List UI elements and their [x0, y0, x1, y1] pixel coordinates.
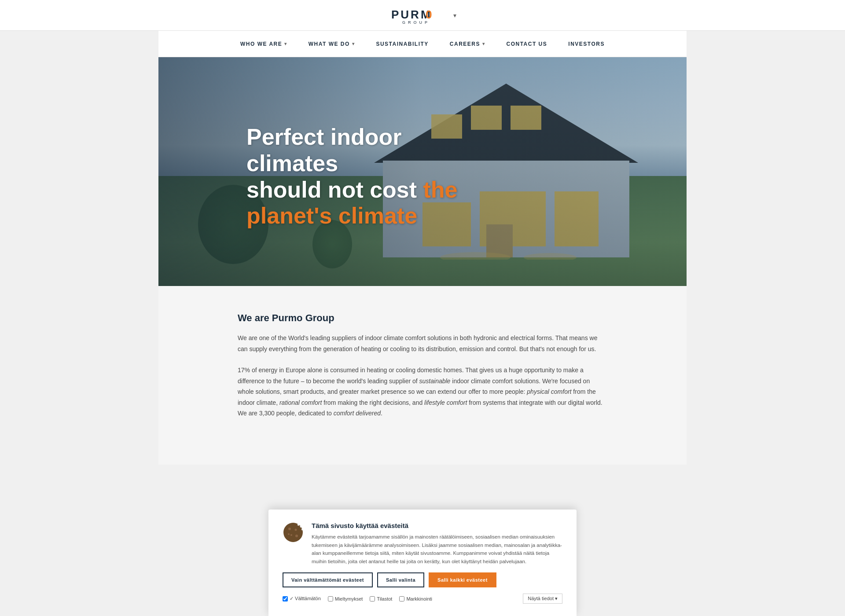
nav-link-sustainability[interactable]: SUSTAINABILITY [365, 31, 439, 57]
logo-container[interactable]: PURM 0 GROUP ▾ [389, 5, 456, 26]
nav-list: WHO WE ARE ▾ WHAT WE DO ▾ SUSTAINABILITY… [230, 31, 615, 57]
nav-link-careers[interactable]: CAREERS ▾ [439, 31, 496, 57]
cookie-checkboxes: ✓ Välttämätön Mieltymykset Tilastot Mark… [283, 594, 562, 604]
checkbox-necessary[interactable]: ✓ Välttämätön [283, 596, 321, 601]
nav-item-what-we-do[interactable]: WHAT WE DO ▾ [298, 31, 366, 57]
svg-point-17 [295, 529, 297, 531]
nav-item-sustainability[interactable]: SUSTAINABILITY [365, 31, 439, 57]
nav-link-what-we-do[interactable]: WHAT WE DO ▾ [298, 31, 366, 57]
svg-text:GROUP: GROUP [402, 20, 430, 25]
svg-point-18 [290, 534, 292, 536]
nav-item-careers[interactable]: CAREERS ▾ [439, 31, 496, 57]
cookie-buttons: Vain välttämättömät evästeet Salli valin… [283, 572, 562, 587]
nav-item-who-we-are[interactable]: WHO WE ARE ▾ [230, 31, 298, 57]
nav-link-contact-us[interactable]: CONTACT US [496, 31, 558, 57]
checkbox-preferences-input[interactable] [328, 596, 333, 601]
checkbox-preferences[interactable]: Mieltymykset [328, 596, 363, 601]
logo-dropdown-arrow[interactable]: ▾ [453, 12, 456, 19]
checkbox-stats[interactable]: Tilastot [370, 596, 392, 601]
purmo-logo[interactable]: PURM 0 GROUP [389, 5, 437, 26]
careers-chevron: ▾ [482, 41, 485, 46]
svg-point-19 [295, 535, 298, 537]
svg-point-20 [288, 533, 290, 535]
svg-point-15 [283, 523, 303, 542]
hero-text-block: Perfect indoor climates should not cost … [246, 124, 493, 229]
hero-line2-orange: the [423, 177, 458, 202]
cookie-banner: Tämä sivusto käyttää evästeitä Käytämme … [268, 510, 577, 616]
cookie-text-block: Tämä sivusto käyttää evästeitä Käytämme … [312, 522, 562, 565]
cookie-btn-necessary[interactable]: Vain välttämättömät evästeet [283, 572, 373, 587]
cookie-title: Tämä sivusto käyttää evästeitä [312, 522, 562, 529]
top-bar: PURM 0 GROUP ▾ [0, 0, 845, 31]
checkbox-necessary-input[interactable] [283, 596, 288, 601]
checkbox-marketing[interactable]: Markkinointi [399, 596, 432, 601]
hero-section: Perfect indoor climates should not cost … [158, 57, 687, 286]
cookie-btn-all[interactable]: Salli kaikki evästeet [429, 572, 496, 587]
cookie-details-button[interactable]: Näytä tiedot ▾ [523, 594, 562, 604]
about-paragraph-2: 17% of energy in Europe alone is consume… [238, 365, 607, 419]
hero-line3-orange: planet's climate [246, 203, 417, 229]
checkbox-marketing-input[interactable] [399, 596, 404, 601]
about-section: We are Purmo Group We are one of the Wor… [158, 286, 687, 465]
who-we-are-chevron: ▾ [284, 41, 287, 46]
about-title: We are Purmo Group [238, 312, 607, 324]
cookie-description: Käytämme evästeitä tarjoamamme sisällön … [312, 533, 562, 565]
checkbox-stats-input[interactable] [370, 596, 375, 601]
page-wrapper: WHO WE ARE ▾ WHAT WE DO ▾ SUSTAINABILITY… [158, 31, 687, 465]
svg-point-16 [288, 528, 291, 530]
hero-line1: Perfect indoor climates [246, 124, 402, 176]
hero-line2-white: should not cost [246, 177, 423, 202]
what-we-do-chevron: ▾ [352, 41, 355, 46]
nav-item-contact-us[interactable]: CONTACT US [496, 31, 558, 57]
main-nav: WHO WE ARE ▾ WHAT WE DO ▾ SUSTAINABILITY… [158, 31, 687, 57]
cookie-icon [283, 522, 304, 543]
svg-text:0: 0 [426, 8, 432, 21]
nav-item-investors[interactable]: INVESTORS [558, 31, 615, 57]
about-paragraph-1: We are one of the World's leading suppli… [238, 333, 607, 354]
nav-link-investors[interactable]: INVESTORS [558, 31, 615, 57]
nav-link-who-we-are[interactable]: WHO WE ARE ▾ [230, 31, 298, 57]
cookie-header: Tämä sivusto käyttää evästeitä Käytämme … [283, 522, 562, 565]
cookie-btn-selection[interactable]: Salli valinta [377, 572, 424, 587]
hero-headline: Perfect indoor climates should not cost … [246, 124, 493, 229]
